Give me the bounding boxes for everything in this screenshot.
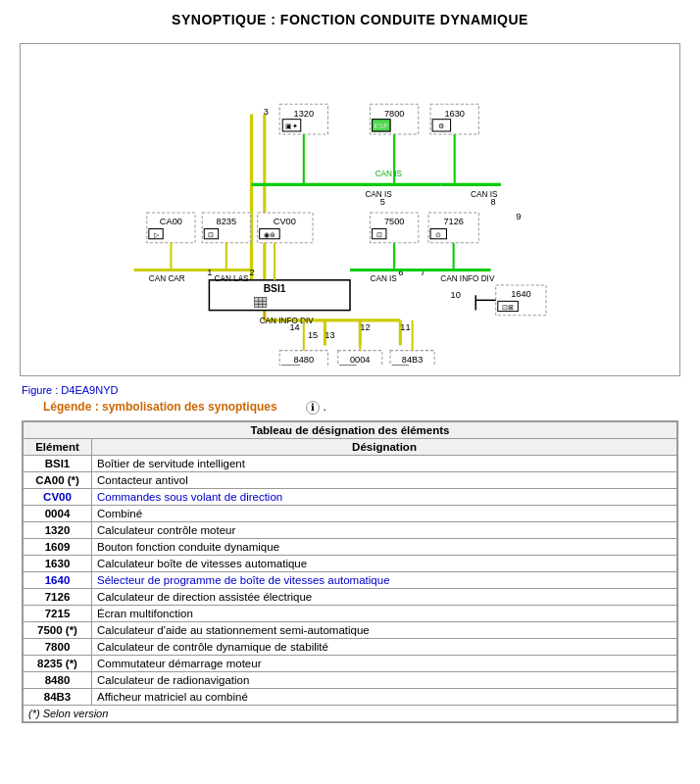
legend-period: . — [323, 400, 325, 414]
svg-text:CAN IS: CAN IS — [375, 170, 403, 178]
table-cell-designation: Écran multifonction — [92, 605, 677, 621]
legend-info-icon[interactable]: ℹ — [306, 401, 320, 415]
svg-text:2: 2 — [249, 268, 254, 277]
svg-text:▣✦: ▣✦ — [285, 122, 298, 130]
table-cell-element: 7126 — [24, 588, 92, 605]
svg-text:1640: 1640 — [511, 289, 531, 299]
table-row: 1609Bouton fonction conduite dynamique — [24, 538, 677, 555]
table-title: Tableau de désignation des éléments — [24, 421, 677, 438]
table-cell-designation: Contacteur antivol — [92, 471, 677, 488]
table-row: BSI1Boîtier de servitude intelligent — [24, 455, 677, 471]
table-row: CV00Commandes sous volant de direction — [24, 488, 677, 505]
table-cell-designation: Commandes sous volant de direction — [92, 488, 677, 505]
svg-text:7126: 7126 — [443, 217, 464, 226]
table-row: 7126Calculateur de direction assistée él… — [24, 588, 677, 605]
svg-rect-13 — [255, 297, 267, 307]
designation-table-wrapper: Tableau de désignation des éléments Elém… — [22, 420, 678, 723]
table-cell-element: CA00 (*) — [24, 471, 92, 488]
table-row: CA00 (*)Contacteur antivol — [24, 471, 677, 488]
table-cell-element: 7500 (*) — [24, 621, 92, 638]
table-cell-element: 0004 — [24, 505, 92, 521]
svg-text:◉⊛: ◉⊛ — [264, 231, 275, 239]
svg-text:CAN INFO DIV: CAN INFO DIV — [260, 317, 315, 325]
table-cell-designation: Sélecteur de programme de boîte de vites… — [92, 571, 677, 588]
table-row: 0004Combiné — [24, 505, 677, 521]
svg-text:BSI1: BSI1 — [264, 283, 286, 294]
table-cell-designation: Commutateur démarrage moteur — [92, 655, 677, 671]
diagram-container: BSI1 1 2 3 4 5 6 7 8 9 10 11 12 13 14 15… — [20, 43, 680, 376]
table-row: 1320Calculateur contrôle moteur — [24, 521, 677, 538]
table-row: 7800Calculateur de contrôle dynamique de… — [24, 638, 677, 655]
svg-text:1630: 1630 — [444, 109, 465, 119]
svg-text:84B3: 84B3 — [402, 355, 424, 365]
svg-text:⊙: ⊙ — [435, 231, 441, 239]
svg-text:7800: 7800 — [384, 109, 405, 119]
svg-text:⊡: ⊡ — [376, 231, 382, 239]
col-header-element: Elément — [24, 438, 92, 455]
diagram-svg: BSI1 1 2 3 4 5 6 7 8 9 10 11 12 13 14 15… — [30, 54, 670, 366]
table-row: 84B3Afficheur matriciel au combiné — [24, 688, 677, 705]
svg-text:CAN IS: CAN IS — [365, 190, 392, 199]
svg-text:9: 9 — [516, 212, 521, 221]
svg-text:⊡: ⊡ — [208, 231, 214, 239]
svg-text:0004: 0004 — [350, 355, 371, 365]
table-cell-element: 1320 — [24, 521, 92, 538]
table-row: 1630Calculateur boîte de vitesses automa… — [24, 555, 677, 571]
table-cell-designation: Calculateur boîte de vitesses automatiqu… — [92, 555, 677, 571]
table-cell-designation: Bouton fonction conduite dynamique — [92, 538, 677, 555]
svg-text:CAN CAR: CAN CAR — [149, 274, 185, 283]
svg-text:CV00: CV00 — [274, 217, 296, 226]
table-cell-designation: Calculateur contrôle moteur — [92, 521, 677, 538]
legend-title: Légende : symbolisation des synoptiques — [43, 400, 277, 414]
svg-text:1: 1 — [207, 268, 212, 277]
table-cell-element: CV00 — [24, 488, 92, 505]
table-cell-element: 7215 — [24, 605, 92, 621]
table-row: 7215Écran multifonction — [24, 605, 677, 621]
svg-text:CAN IS: CAN IS — [371, 274, 398, 283]
svg-text:CAN LAS: CAN LAS — [215, 274, 250, 283]
svg-text:CAN IS: CAN IS — [471, 190, 498, 199]
svg-text:11: 11 — [400, 322, 410, 332]
svg-text:8480: 8480 — [294, 355, 315, 365]
svg-text:CAN INFO DIV: CAN INFO DIV — [440, 274, 495, 283]
legend-section: Légende : symbolisation des synoptiques … — [22, 400, 678, 415]
col-header-designation: Désignation — [92, 438, 677, 455]
svg-text:1320: 1320 — [294, 109, 315, 119]
table-cell-designation: Calculateur de contrôle dynamique de sta… — [92, 638, 677, 655]
svg-text:⚙: ⚙ — [438, 122, 444, 130]
designation-table: Tableau de désignation des éléments Elém… — [23, 421, 677, 722]
table-cell-element: 8480 — [24, 671, 92, 688]
table-cell-element: 84B3 — [24, 688, 92, 705]
table-cell-designation: Calculateur de radionavigation — [92, 671, 677, 688]
svg-text:3: 3 — [264, 107, 269, 117]
table-cell-element: 7800 — [24, 638, 92, 655]
svg-text:⊡⊠: ⊡⊠ — [502, 304, 514, 312]
table-cell-designation: Calculateur d'aide au stationnement semi… — [92, 621, 677, 638]
svg-text:12: 12 — [360, 322, 370, 332]
svg-text:13: 13 — [325, 330, 334, 340]
table-cell-designation: Calculateur de direction assistée électr… — [92, 588, 677, 605]
svg-text:7500: 7500 — [384, 217, 405, 226]
table-row: 8480Calculateur de radionavigation — [24, 671, 677, 688]
table-cell-designation: Combiné — [92, 505, 677, 521]
table-cell-element: BSI1 — [24, 455, 92, 471]
svg-text:15: 15 — [308, 330, 318, 340]
svg-text:CA00: CA00 — [160, 217, 182, 226]
table-cell-element: 1640 — [24, 571, 92, 588]
table-row: 1640Sélecteur de programme de boîte de v… — [24, 571, 677, 588]
table-row: 7500 (*)Calculateur d'aide au stationnem… — [24, 621, 677, 638]
table-footer: (*) Selon version — [24, 705, 677, 721]
table-cell-element: 1609 — [24, 538, 92, 555]
table-row: 8235 (*)Commutateur démarrage moteur — [24, 655, 677, 671]
table-cell-designation: Afficheur matriciel au combiné — [92, 688, 677, 705]
svg-text:8235: 8235 — [217, 217, 237, 226]
page-title: SYNOPTIQUE : FONCTION CONDUITE DYNAMIQUE — [0, 0, 700, 35]
table-cell-element: 8235 (*) — [24, 655, 92, 671]
table-cell-designation: Boîtier de servitude intelligent — [92, 455, 677, 471]
table-cell-element: 1630 — [24, 555, 92, 571]
svg-text:10: 10 — [451, 290, 461, 300]
figure-caption: Figure : D4EA9NYD — [22, 384, 678, 396]
svg-text:ESP: ESP — [375, 122, 389, 130]
